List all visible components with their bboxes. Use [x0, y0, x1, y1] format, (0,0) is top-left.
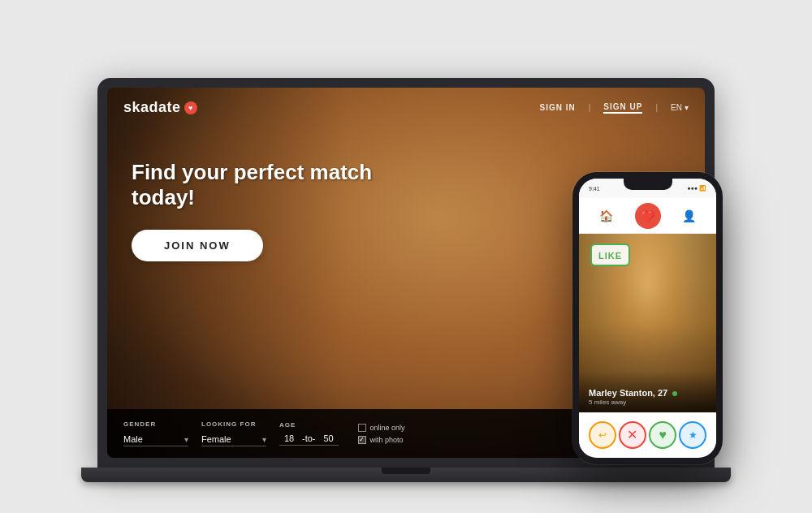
phone-profile-icon[interactable]: 👤 — [676, 203, 702, 229]
join-now-button[interactable]: JOIN NOW — [132, 230, 263, 261]
age-min-input[interactable] — [279, 433, 299, 443]
super-like-button[interactable]: ★ — [679, 421, 706, 449]
gender-select[interactable]: Male Female — [123, 433, 188, 446]
online-only-checkbox[interactable]: online only — [358, 424, 405, 432]
with-photo-box — [358, 436, 366, 444]
phone-heart-icon[interactable]: ❤️ — [635, 203, 661, 229]
language-selector[interactable]: EN ▾ — [671, 103, 689, 112]
online-only-box — [358, 424, 366, 432]
profile-distance: 5 miles away — [589, 399, 706, 406]
phone-notch — [624, 179, 672, 190]
gender-field: GENDER Male Female — [123, 420, 188, 446]
looking-for-label: LOOKING FOR — [201, 420, 266, 428]
laptop-base — [81, 468, 731, 482]
age-label: AGE — [279, 421, 339, 429]
nope-button[interactable]: ✕ — [619, 421, 646, 449]
logo: skadate — [123, 99, 197, 116]
age-max-input[interactable] — [319, 433, 339, 443]
phone-home-icon[interactable]: 🏠 — [594, 203, 620, 229]
online-only-label: online only — [370, 424, 405, 432]
nav-links: SIGN IN | SIGN UP | EN ▾ — [540, 102, 689, 114]
like-badge: LIKE — [590, 244, 630, 266]
phone-signal: ●●● 📶 — [687, 185, 706, 192]
like-text: LIKE — [598, 251, 622, 261]
phone-action-bar: ↩ ✕ ♥ ★ — [579, 412, 716, 456]
logo-heart-icon — [184, 101, 197, 114]
profile-name: Marley Stanton, 27 — [589, 388, 706, 398]
profile-card: LIKE Marley Stanton, 27 5 miles away — [579, 234, 716, 412]
profile-info: Marley Stanton, 27 5 miles away — [579, 372, 716, 412]
phone-body: 9:41 ●●● 📶 🏠 ❤️ 👤 LIKE — [572, 172, 723, 464]
sign-up-link[interactable]: SIGN UP — [603, 102, 642, 114]
looking-for-select-wrapper: Female Male — [201, 431, 266, 446]
scene: skadate SIGN IN | SIGN UP | EN ▾ — [0, 0, 812, 513]
phone-screen: 9:41 ●●● 📶 🏠 ❤️ 👤 LIKE — [579, 179, 716, 458]
filter-checkboxes: online only with photo — [358, 424, 405, 444]
phone-navbar: 🏠 ❤️ 👤 — [579, 198, 716, 234]
age-range: -to- — [279, 432, 339, 446]
age-separator: -to- — [302, 433, 316, 443]
logo-text: skadate — [123, 99, 181, 116]
hero-title: Find your perfect match today! — [132, 160, 440, 210]
age-field: AGE -to- — [279, 421, 339, 446]
phone-time: 9:41 — [589, 186, 600, 192]
navbar: skadate SIGN IN | SIGN UP | EN ▾ — [107, 88, 705, 127]
gender-select-wrapper: Male Female — [123, 431, 188, 446]
gender-label: GENDER — [123, 420, 188, 428]
looking-for-select[interactable]: Female Male — [201, 433, 266, 446]
online-indicator — [672, 391, 677, 396]
looking-for-field: LOOKING FOR Female Male — [201, 420, 266, 446]
phone: 9:41 ●●● 📶 🏠 ❤️ 👤 LIKE — [572, 172, 723, 464]
rewind-button[interactable]: ↩ — [589, 421, 616, 449]
with-photo-label: with photo — [370, 436, 404, 444]
like-button[interactable]: ♥ — [649, 421, 676, 449]
with-photo-checkbox[interactable]: with photo — [358, 436, 405, 444]
sign-in-link[interactable]: SIGN IN — [540, 103, 576, 112]
